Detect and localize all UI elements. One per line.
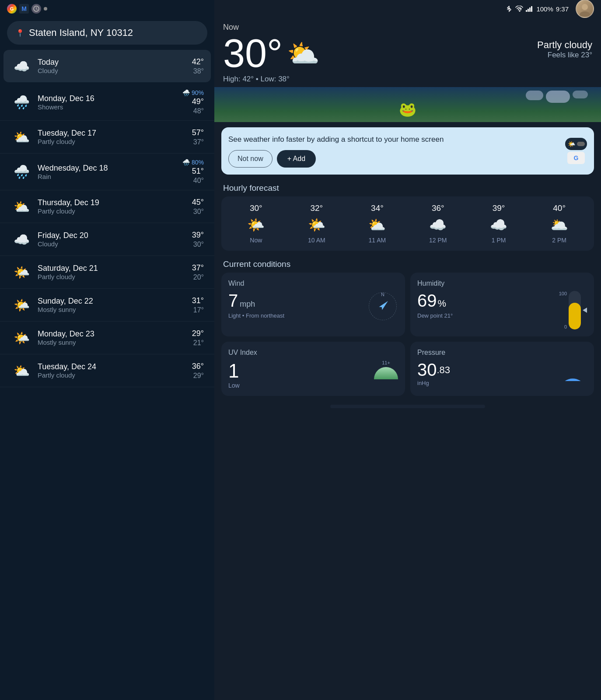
- forecast-day: Monday, Dec 23: [38, 329, 192, 339]
- forecast-icon: 🌧️: [10, 161, 32, 183]
- wind-speed-display: 7 mph: [228, 291, 362, 311]
- pressure-title: Pressure: [417, 349, 587, 357]
- hourly-time: 12 PM: [429, 237, 447, 244]
- shortcut-banner: See weather info faster by adding a shor…: [221, 127, 594, 175]
- signal-icon: [526, 6, 534, 12]
- status-bar-right: 100% 9:37: [214, 0, 601, 18]
- forecast-condition: Partly cloudy: [38, 138, 192, 145]
- forecast-info: Friday, Dec 20 Cloudy: [38, 231, 192, 248]
- app3-icon: [31, 4, 41, 14]
- precip-pct: 80%: [192, 159, 204, 166]
- forecast-row[interactable]: 🌧️ Monday, Dec 16 Showers 🌧️ 90% 49° 48°: [0, 84, 214, 121]
- cloud-2: [546, 91, 570, 103]
- forecast-row[interactable]: 🌧️ Wednesday, Dec 18 Rain 🌧️ 80% 51° 40°: [0, 154, 214, 190]
- cloud-1: [526, 91, 543, 100]
- hourly-temp: 39°: [493, 203, 505, 213]
- humidity-title: Humidity: [417, 280, 587, 287]
- pressure-card: Pressure 30 .83 inHg: [410, 342, 594, 396]
- hourly-item: 36° ☁️ 12 PM: [429, 203, 447, 244]
- forecast-row[interactable]: ⛅ Tuesday, Dec 17 Partly cloudy 57° 37°: [0, 121, 214, 154]
- wind-desc: Light • From northeast: [228, 312, 362, 319]
- forecast-temps: 45° 30°: [192, 198, 204, 216]
- left-panel: G M 📍 Staten Island, NY 10312 ☁️ Today C…: [0, 0, 214, 700]
- forecast-condition: Cloudy: [38, 240, 192, 248]
- forecast-low: 20°: [193, 273, 204, 281]
- forecast-low: 40°: [193, 177, 204, 185]
- forecast-info: Saturday, Dec 21 Partly cloudy: [38, 264, 192, 280]
- forecast-high: 29°: [192, 329, 204, 338]
- clouds: [526, 91, 588, 103]
- forecast-temps: 31° 17°: [192, 296, 204, 314]
- forecast-temps: 36° 29°: [192, 362, 204, 380]
- uv-card: UV Index 1 Low 11+: [221, 342, 405, 396]
- location-bar[interactable]: 📍 Staten Island, NY 10312: [7, 21, 207, 45]
- shortcut-text: See weather info faster by adding a shor…: [228, 134, 560, 145]
- hourly-icon: ☁️: [490, 217, 507, 233]
- pressure-arc-svg: [559, 364, 587, 381]
- hourly-item: 30° 🌤️ Now: [247, 203, 265, 244]
- hourly-time: 2 PM: [552, 237, 566, 244]
- hourly-temp: 32°: [310, 203, 323, 213]
- user-avatar[interactable]: [576, 0, 594, 18]
- forecast-high: 51°: [192, 167, 204, 176]
- forecast-row[interactable]: 🌤️ Sunday, Dec 22 Mostly sunny 31° 17°: [0, 289, 214, 322]
- notification-dot: [44, 7, 47, 10]
- forecast-icon: ⛅: [10, 360, 32, 382]
- forecast-today[interactable]: ☁️ Today Cloudy 42° 38°: [3, 50, 211, 82]
- humidity-bar-fill: [569, 303, 581, 329]
- forecast-low: 48°: [193, 107, 204, 115]
- humidity-card: Humidity 69 % Dew point 21° 100 0: [410, 273, 594, 336]
- forecast-info: Monday, Dec 23 Mostly sunny: [38, 329, 192, 346]
- today-high: 42°: [192, 57, 204, 66]
- precip-pct: 90%: [192, 89, 204, 96]
- forecast-row[interactable]: 🌤️ Saturday, Dec 21 Partly cloudy 37° 20…: [0, 256, 214, 289]
- svg-marker-8: [583, 308, 587, 313]
- hourly-icon: ☁️: [429, 217, 447, 233]
- forecast-row[interactable]: ⛅ Tuesday, Dec 24 Partly cloudy 36° 29°: [0, 354, 214, 387]
- today-condition: Cloudy: [38, 67, 192, 74]
- svg-rect-1: [526, 10, 527, 12]
- forecast-low: 21°: [193, 339, 204, 347]
- not-now-button[interactable]: Not now: [228, 150, 273, 168]
- forecast-day: Tuesday, Dec 17: [38, 129, 192, 138]
- forecast-low: 30°: [193, 208, 204, 216]
- gmail-icon: M: [19, 4, 29, 14]
- right-panel: 100% 9:37 Now 30° ⛅ Partly cloudy Feels …: [214, 0, 601, 700]
- status-bar-left: G M: [0, 0, 214, 18]
- svg-rect-3: [529, 7, 531, 12]
- pressure-value-display: 30 .83: [417, 360, 450, 380]
- wind-title: Wind: [228, 280, 398, 287]
- wifi-icon: [515, 6, 523, 12]
- forecast-high: 36°: [192, 362, 204, 371]
- forecast-row[interactable]: ⛅ Thursday, Dec 19 Partly cloudy 45° 30°: [0, 190, 214, 223]
- forecast-high: 39°: [192, 231, 204, 240]
- time-text: 9:37: [556, 5, 569, 13]
- humidity-arrow: [583, 291, 587, 329]
- hourly-section-label: Hourly forecast: [214, 180, 601, 196]
- forecast-high: 45°: [192, 198, 204, 207]
- forecast-info: Thursday, Dec 19 Partly cloudy: [38, 198, 192, 215]
- battery-text: 100%: [536, 5, 553, 13]
- svg-point-5: [582, 4, 588, 10]
- uv-max-label: 11+: [382, 360, 390, 365]
- dew-point: Dew point 21°: [417, 312, 554, 319]
- condition-text: Partly cloudy: [537, 39, 592, 51]
- forecast-day: Saturday, Dec 21: [38, 264, 192, 273]
- today-info: Today Cloudy: [38, 58, 192, 74]
- compass-n-label: N: [381, 292, 384, 297]
- frog-character: 🐸: [399, 101, 416, 118]
- uv-dome: [374, 367, 398, 379]
- forecast-temps: 37° 20°: [192, 263, 204, 281]
- humidity-arrow-icon: [583, 308, 587, 313]
- forecast-row[interactable]: ☁️ Friday, Dec 20 Cloudy 39° 30°: [0, 223, 214, 256]
- hourly-icon: ⛅: [368, 217, 386, 233]
- today-label: Today: [38, 58, 192, 67]
- forecast-condition: Partly cloudy: [38, 273, 192, 280]
- uv-value: 1: [228, 360, 240, 382]
- shortcut-actions: Not now + Add: [228, 150, 560, 168]
- add-button[interactable]: + Add: [277, 150, 316, 168]
- google-icon: G: [7, 4, 17, 14]
- forecast-row[interactable]: 🌤️ Monday, Dec 23 Mostly sunny 29° 21°: [0, 322, 214, 354]
- hourly-icon: 🌥️: [551, 217, 568, 233]
- forecast-high: 37°: [192, 263, 204, 273]
